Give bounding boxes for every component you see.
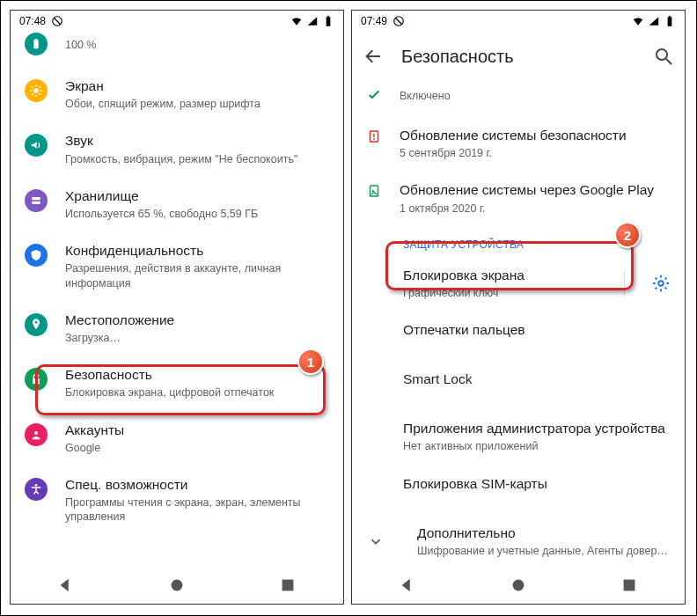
item-play-protect[interactable]: Включено [352, 81, 685, 116]
svg-point-26 [513, 579, 525, 590]
nav-recent-icon[interactable] [620, 576, 639, 595]
phone-security-screen: 07:49 Безопасность [351, 10, 686, 605]
chevron-down-icon [366, 532, 385, 551]
item-smart-lock[interactable]: Smart Lock [352, 360, 685, 409]
phone-settings-list: 07:48 100 % [10, 10, 344, 605]
item-advanced[interactable]: Дополнительно Шифрование и учетные данны… [352, 514, 685, 565]
settings-item-accounts[interactable]: Аккаунты Google [11, 411, 343, 466]
settings-item-security[interactable]: Безопасность Блокировка экрана, цифровой… [11, 356, 343, 410]
item-title: Обновление системы через Google Play [400, 181, 671, 199]
signal-icon [306, 15, 319, 27]
statusbar-time: 07:48 [19, 15, 46, 27]
item-google-play-update[interactable]: Обновление системы через Google Play 1 о… [352, 171, 685, 225]
item-title: Местоположение [65, 312, 329, 329]
security-list[interactable]: Включено Обновление системы безопасности… [352, 81, 685, 565]
location-icon [25, 313, 48, 336]
settings-item-storage[interactable]: Хранилище Используется 65 %, свободно 5,… [11, 177, 343, 231]
item-title: Отпечатки пальцев [403, 321, 671, 339]
accounts-icon [25, 423, 48, 446]
navigation-bar [352, 565, 685, 604]
appbar: Безопасность [352, 32, 685, 81]
svg-rect-10 [33, 379, 40, 385]
item-subtitle: Загрузка… [65, 331, 329, 345]
wifi-icon [290, 15, 303, 27]
back-button[interactable] [363, 46, 384, 67]
svg-point-12 [35, 484, 38, 487]
svg-rect-17 [668, 17, 672, 26]
item-title: Аккаунты [65, 422, 329, 439]
svg-rect-8 [32, 201, 40, 203]
battery-icon [25, 33, 48, 55]
svg-point-11 [34, 431, 38, 435]
battery-icon [664, 15, 676, 27]
item-title: Безопасность [65, 366, 329, 384]
item-subtitle: Нет активных приложений [403, 439, 671, 453]
signal-icon [648, 15, 660, 27]
svg-point-19 [657, 49, 667, 60]
svg-line-20 [666, 59, 671, 64]
settings-item-accessibility[interactable]: Спец. возможности Программы чтения с экр… [11, 466, 343, 535]
svg-rect-27 [624, 579, 635, 590]
svg-rect-18 [669, 16, 671, 17]
item-security-update[interactable]: Обновление системы безопасности 5 сентяб… [352, 116, 685, 171]
item-screen-lock[interactable]: Блокировка экрана Графический ключ [352, 256, 685, 311]
item-title: Спец. возможности [65, 476, 329, 494]
warning-icon [366, 128, 382, 144]
settings-item-sound[interactable]: Звук Громкость, вибрация, режим "Не бесп… [11, 121, 343, 176]
privacy-icon [25, 244, 48, 267]
nav-back-icon[interactable] [398, 576, 417, 595]
accessibility-icon [25, 478, 48, 501]
sound-icon [25, 134, 48, 157]
section-header-device-protection: ЗАЩИТА УСТРОЙСТВА [352, 226, 685, 256]
settings-item-display[interactable]: Экран Обои, спящий режим, размер шрифта [11, 67, 343, 121]
settings-item-privacy[interactable]: Конфиденциальность Разрешения, действия … [11, 231, 343, 301]
statusbar-time: 07:49 [361, 15, 387, 27]
settings-list[interactable]: 100 % Экран Обои, спящий режим, размер ш… [11, 32, 343, 565]
svg-point-13 [172, 579, 183, 590]
nav-recent-icon[interactable] [278, 576, 297, 595]
item-title: Конфиденциальность [65, 242, 329, 260]
svg-rect-2 [326, 17, 331, 26]
svg-rect-7 [32, 197, 40, 200]
check-icon [366, 87, 382, 103]
item-subtitle: Google [65, 441, 329, 455]
svg-line-16 [396, 18, 402, 25]
item-sim-card-lock[interactable]: Блокировка SIM-карты [352, 465, 685, 514]
item-title: Экран [65, 77, 329, 95]
item-title: Дополнительно [417, 524, 671, 542]
divider [624, 270, 625, 297]
item-subtitle: Графический ключ [403, 286, 606, 300]
settings-item-battery[interactable]: 100 % [11, 32, 343, 67]
nav-home-icon[interactable] [167, 576, 187, 595]
svg-rect-4 [33, 40, 38, 48]
navigation-bar [11, 565, 343, 604]
svg-point-6 [33, 88, 38, 92]
item-title: Звук [65, 132, 329, 150]
item-fingerprints[interactable]: Отпечатки пальцев [352, 311, 685, 360]
statusbar: 07:48 [11, 11, 343, 32]
display-icon [25, 79, 48, 102]
svg-rect-3 [327, 16, 329, 17]
item-device-admin-apps[interactable]: Приложения администратора устройства Нет… [352, 409, 685, 464]
item-title: Блокировка SIM-карты [403, 475, 671, 493]
screen-lock-gear-icon[interactable] [651, 274, 671, 293]
item-subtitle: Обои, спящий режим, размер шрифта [65, 97, 329, 111]
svg-point-9 [35, 321, 38, 324]
settings-item-location[interactable]: Местоположение Загрузка… [11, 301, 343, 356]
item-subtitle: Разрешения, действия в аккаунте, личная … [65, 261, 329, 290]
security-icon [25, 368, 48, 391]
svg-rect-5 [35, 39, 38, 40]
item-subtitle: 100 % [65, 38, 329, 52]
statusbar: 07:49 [352, 11, 685, 32]
storage-icon [25, 189, 48, 212]
nav-back-icon[interactable] [56, 576, 76, 595]
item-subtitle: Программы чтения с экрана, экран, элемен… [65, 495, 329, 524]
item-subtitle: Громкость, вибрация, режим "Не беспокоит… [65, 152, 329, 166]
no-sim-icon [51, 15, 63, 27]
item-title: Обновление системы безопасности [400, 127, 671, 144]
search-button[interactable] [653, 46, 674, 67]
svg-line-1 [55, 18, 61, 25]
battery-icon [322, 15, 334, 27]
nav-home-icon[interactable] [509, 576, 528, 595]
svg-point-25 [658, 281, 664, 286]
